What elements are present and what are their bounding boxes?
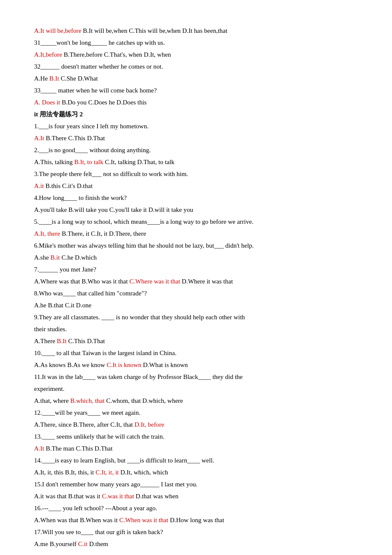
text-segment: D.It, before bbox=[135, 421, 164, 428]
text-segment: B.Do you C.Does he D.Does this bbox=[60, 99, 147, 106]
text-segment: A.Where was that B.Who was it that bbox=[34, 278, 130, 285]
text-segment: C.he D.which bbox=[60, 254, 97, 261]
text-segment: A.It will be,before bbox=[34, 27, 81, 34]
text-line-l3: A.It,before B.There,before C.That's, whe… bbox=[34, 49, 358, 60]
text-line-l26: A.There B.It C.This D.That bbox=[34, 336, 358, 346]
text-segment: A.He bbox=[34, 75, 49, 82]
text-line-l20: A.she B.it C.he D.which bbox=[34, 252, 358, 263]
text-segment: B.it bbox=[50, 254, 60, 261]
text-segment: A.It,before bbox=[34, 51, 62, 58]
text-segment: A.he B.that C.it D.one bbox=[34, 302, 92, 309]
text-line-l15: 4.How long____ to finish the work? bbox=[34, 193, 358, 203]
text-line-l2: 31_____won't be long_____ he catches up … bbox=[34, 38, 358, 48]
text-line-l25: 9.They are all classmates. ____ is no wo… bbox=[34, 312, 358, 322]
text-segment: B.It will be,when C.This will be,when D.… bbox=[81, 27, 228, 34]
text-segment: C.This D.That bbox=[66, 338, 105, 344]
text-segment: A.This, talking bbox=[34, 159, 74, 165]
text-line-l33: 13.____ seems unlikely that he will catc… bbox=[34, 431, 358, 442]
text-line-l6: 33_____ matter when he will come back ho… bbox=[34, 85, 358, 95]
text-line-l36: A.It, it, this B.It, this, it C.It, it, … bbox=[34, 467, 358, 477]
content: A.It will be,before B.It will be,when C.… bbox=[34, 26, 358, 549]
text-line-l21: 7.______ you met Jane? bbox=[34, 264, 358, 275]
text-line-l1: A.It will be,before B.It will be,when C.… bbox=[34, 26, 358, 36]
text-segment: B.There C.This D.That bbox=[44, 135, 105, 142]
text-segment: C.was it that bbox=[102, 493, 134, 500]
text-line-l10: A.It B.There C.This D.That bbox=[34, 133, 358, 143]
text-line-l13: 3.The people there felt___ not so diffic… bbox=[34, 169, 358, 179]
text-segment: 17.Will you see to____ that our gift is … bbox=[34, 529, 163, 535]
text-line-l28: A.As knows B.As we know C.It is known D.… bbox=[34, 360, 358, 370]
text-segment: A.me B.yourself bbox=[34, 541, 78, 547]
text-segment: A.When was that B.When was it bbox=[34, 517, 119, 523]
text-segment: B.this C.it's D.that bbox=[44, 182, 92, 189]
text-segment: A.As knows B.As we know bbox=[34, 361, 107, 368]
text-segment: 14.____is easy to learn English, but ___… bbox=[34, 457, 214, 464]
text-line-l16: A.you'll take B.will take you C.you'll t… bbox=[34, 205, 358, 215]
text-line-l37: 15.I don't remember how many years ago__… bbox=[34, 479, 358, 489]
text-segment: 11.It was in the lab____ was taken charg… bbox=[34, 373, 242, 380]
text-segment: 16.---____ you left school? ---About a y… bbox=[34, 505, 157, 512]
text-segment: B.The man C.This D.That bbox=[44, 445, 112, 452]
text-segment: A.It bbox=[34, 135, 44, 142]
text-segment: experiment. bbox=[34, 385, 64, 392]
text-segment: A.It, there bbox=[34, 230, 60, 237]
text-segment: C.It, it, it bbox=[95, 469, 119, 476]
text-segment: 10.____ to all that Taiwan is the larges… bbox=[34, 350, 176, 356]
text-segment: 3.The people there felt___ not so diffic… bbox=[34, 171, 188, 177]
text-segment: A.It, it, this B.It, this, it bbox=[34, 469, 95, 476]
text-line-l32: A.There, since B.There, after C.It, that… bbox=[34, 419, 358, 430]
text-segment: C.It, talking D.That, to talk bbox=[104, 159, 175, 165]
text-segment: 33_____ matter when he will come back ho… bbox=[34, 87, 157, 94]
text-line-l34: A.It B.The man C.This D.That bbox=[34, 443, 358, 454]
text-segment: 5.____is a long way to school, which mea… bbox=[34, 218, 254, 225]
text-segment: D.Where it was that bbox=[180, 278, 233, 285]
text-segment: A.It bbox=[34, 445, 44, 452]
text-line-l11: 2.___is no good____ without doing anythi… bbox=[34, 145, 358, 155]
text-line-l42: A.me B.yourself C.it D.them bbox=[34, 539, 358, 549]
text-line-l12: A.This, talking B.It, to talk C.It, talk… bbox=[34, 157, 358, 167]
text-segment: it 用法专题练习 2 bbox=[34, 111, 83, 118]
text-line-l18: A.It, there B.There, it C.It, it D.There… bbox=[34, 228, 358, 239]
text-segment: their studies. bbox=[34, 326, 67, 332]
text-segment: 9.They are all classmates. ____ is no wo… bbox=[34, 314, 245, 321]
text-line-l31: 12.____will be years____ we meet again. bbox=[34, 408, 358, 418]
text-segment: 1.___is four years since I left my homet… bbox=[34, 123, 149, 130]
text-segment: C.Where was it that bbox=[130, 278, 180, 285]
text-segment: 32______ doesn't matter whether he comes… bbox=[34, 63, 163, 70]
text-segment: D.It, which, which bbox=[119, 469, 168, 476]
text-segment: A.it bbox=[34, 182, 44, 189]
text-segment: C.It is known bbox=[107, 361, 141, 368]
text-line-l4: 32______ doesn't matter whether he comes… bbox=[34, 61, 358, 72]
text-segment: A.it was that B.that was it bbox=[34, 493, 102, 500]
text-segment: 6.Mike's mother was always telling him t… bbox=[34, 242, 254, 249]
text-segment: 13.____ seems unlikely that he will catc… bbox=[34, 433, 164, 440]
text-line-l25b: their studies. bbox=[34, 324, 358, 334]
text-segment: B.There, it C.It, it D.There, there bbox=[60, 230, 146, 237]
text-line-l19: 6.Mike's mother was always telling him t… bbox=[34, 240, 358, 251]
text-line-l41: 17.Will you see to____ that our gift is … bbox=[34, 527, 358, 537]
text-line-l14: A.it B.this C.it's D.that bbox=[34, 181, 358, 191]
text-line-l39: 16.---____ you left school? ---About a y… bbox=[34, 503, 358, 513]
text-line-l29b: experiment. bbox=[34, 384, 358, 394]
text-line-l29: 11.It was in the lab____ was taken charg… bbox=[34, 372, 358, 382]
text-segment: 4.How long____ to finish the work? bbox=[34, 194, 127, 201]
text-line-l22: A.Where was that B.Who was it that C.Whe… bbox=[34, 276, 358, 286]
text-segment: A.that, where bbox=[34, 397, 70, 404]
text-line-l30: A.that, where B.which, that C.whom, that… bbox=[34, 396, 358, 406]
text-segment: C.She D.What bbox=[59, 75, 98, 82]
text-segment: 12.____will be years____ we meet again. bbox=[34, 409, 141, 416]
text-segment: 8.Who was____ that called him "comrade"? bbox=[34, 290, 147, 297]
text-segment: B.which, that bbox=[70, 397, 104, 404]
text-line-l38: A.it was that B.that was it C.was it tha… bbox=[34, 491, 358, 501]
text-segment: A. Does it bbox=[34, 99, 60, 106]
text-segment: 2.___is no good____ without doing anythi… bbox=[34, 147, 151, 153]
text-segment: 31_____won't be long_____ he catches up … bbox=[34, 39, 165, 46]
text-line-l23: 8.Who was____ that called him "comrade"? bbox=[34, 288, 358, 298]
text-line-l27: 10.____ to all that Taiwan is the larges… bbox=[34, 348, 358, 358]
text-segment: C.it bbox=[78, 541, 87, 547]
text-segment: B.There,before C.That's, when D.It, when bbox=[62, 51, 171, 58]
text-segment: D.How long was that bbox=[168, 517, 224, 523]
text-line-l40: A.When was that B.When was it C.When was… bbox=[34, 515, 358, 525]
text-segment: B.It bbox=[49, 75, 59, 82]
text-segment: D.that was when bbox=[134, 493, 179, 500]
